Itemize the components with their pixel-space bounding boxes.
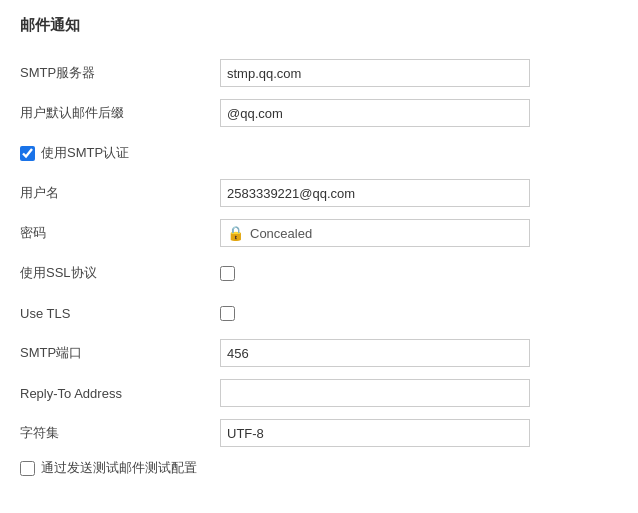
smtp-port-label: SMTP端口 [20, 344, 220, 362]
password-label: 密码 [20, 224, 220, 242]
email-suffix-row: 用户默认邮件后缀 [20, 95, 618, 131]
smtp-auth-row: 使用SMTP认证 [20, 135, 618, 171]
test-email-checkbox[interactable] [20, 461, 35, 476]
smtp-auth-label: 使用SMTP认证 [41, 144, 129, 162]
tls-checkbox[interactable] [220, 306, 235, 321]
ssl-row: 使用SSL协议 [20, 255, 618, 291]
section-title: 邮件通知 [20, 16, 618, 39]
username-row: 用户名 [20, 175, 618, 211]
ssl-label: 使用SSL协议 [20, 264, 220, 282]
email-suffix-label: 用户默认邮件后缀 [20, 104, 220, 122]
tls-row: Use TLS [20, 295, 618, 331]
reply-to-label: Reply-To Address [20, 386, 220, 401]
username-input[interactable] [220, 179, 530, 207]
username-label: 用户名 [20, 184, 220, 202]
charset-row: 字符集 [20, 415, 618, 451]
reply-to-input[interactable] [220, 379, 530, 407]
smtp-server-row: SMTP服务器 [20, 55, 618, 91]
password-field[interactable]: 🔒 Concealed [220, 219, 530, 247]
email-suffix-input[interactable] [220, 99, 530, 127]
smtp-server-input[interactable] [220, 59, 530, 87]
concealed-text: Concealed [250, 226, 312, 241]
charset-input[interactable] [220, 419, 530, 447]
password-row: 密码 🔒 Concealed [20, 215, 618, 251]
reply-to-row: Reply-To Address [20, 375, 618, 411]
test-email-row: 通过发送测试邮件测试配置 [20, 459, 618, 477]
lock-icon: 🔒 [227, 225, 244, 241]
smtp-port-row: SMTP端口 [20, 335, 618, 371]
smtp-auth-checkbox[interactable] [20, 146, 35, 161]
ssl-checkbox[interactable] [220, 266, 235, 281]
tls-label: Use TLS [20, 306, 220, 321]
test-email-label: 通过发送测试邮件测试配置 [41, 459, 197, 477]
charset-label: 字符集 [20, 424, 220, 442]
smtp-server-label: SMTP服务器 [20, 64, 220, 82]
smtp-port-input[interactable] [220, 339, 530, 367]
